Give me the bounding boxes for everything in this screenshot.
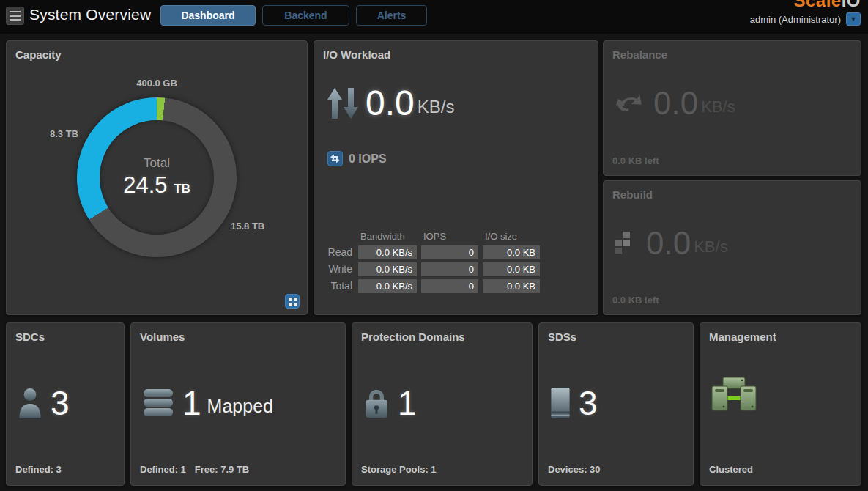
protection-domains-panel: Protection Domains 1 Storage Pools: 1 [352,322,533,486]
sdcs-title: SDCs [15,331,45,343]
person-icon [17,388,43,418]
capacity-label-spare: 400.0 GB [77,78,237,89]
rebuild-blocks-icon [615,232,637,255]
capacity-title: Capacity [15,48,62,61]
transfer-arrows-icon [327,151,343,166]
sdcs-panel: SDCs 3 Defined: 3 [6,322,125,486]
col-iops: IOPS [421,230,478,243]
management-panel: Management Clustered [700,322,861,486]
read-iops-value: 0 [421,246,478,259]
protection-domains-metric: 1 [363,383,417,423]
capacity-donut-center: Total 24.5 TB [100,120,214,235]
rebalance-arrows-icon [615,92,645,115]
total-iops-value: 0 [421,279,478,293]
cluster-nodes-icon [711,376,757,414]
row-label-write: Write [323,262,354,276]
rebalance-panel: Rebalance 0.0KB/s 0.0 KB left [603,40,861,176]
volumes-mapped-label: Mapped [207,396,273,417]
capacity-panel: Capacity 400.0 GB 8.3 TB 15.8 TB Total 2… [6,40,308,315]
sdss-title: SDSs [548,331,576,343]
sdss-panel: SDSs 3 Devices: 30 [538,322,694,486]
rebuild-panel: Rebuild 0.0KB/s 0.0 KB left [603,180,861,315]
scaleio-logo: ScaleIO [793,0,861,11]
management-footer: Clustered [709,464,753,475]
user-menu-dropdown[interactable]: ▼ [846,12,861,26]
read-bandwidth-value: 0.0 KB/s [358,246,417,259]
write-bandwidth-value: 0.0 KB/s [358,262,417,276]
sdcs-footer: Defined: 3 [15,464,62,475]
capacity-donut: Total 24.5 TB [77,97,237,257]
sdcs-metric: 3 [17,383,70,423]
rebuild-remaining: 0.0 KB left [612,295,659,306]
protection-domains-footer: Storage Pools: 1 [361,464,437,475]
io-table: Bandwidth IOPS I/O size Read 0.0 KB/s 0 … [323,230,540,293]
read-io-size-value: 0.0 KB [483,246,540,259]
volumes-panel: Volumes 1 Mapped Defined: 1Free: 7.9 TB [130,322,346,486]
rebuild-metric: 0.0KB/s [615,225,728,262]
chevron-down-icon: ▼ [850,15,857,23]
capacity-label-used: 8.3 TB [14,128,78,139]
write-iops-value: 0 [421,262,478,276]
rebuild-title: Rebuild [612,188,653,201]
rebalance-remaining: 0.0 KB left [612,155,659,166]
management-metric [711,376,757,414]
tab-bar: Dashboard Backend Alerts [160,5,427,26]
stacked-volumes-icon [141,388,175,418]
total-io-size-value: 0.0 KB [483,279,540,293]
rebalance-metric: 0.0KB/s [615,85,735,122]
io-workload-panel: I/O Workload 0.0KB/s 0 IOPS Ba [314,40,598,315]
tab-alerts[interactable]: Alerts [356,5,427,26]
tab-backend[interactable]: Backend [262,5,349,26]
volumes-footer: Defined: 1Free: 7.9 TB [140,464,249,475]
capacity-label-free: 15.8 TB [231,221,264,232]
lock-icon [363,387,390,419]
server-disk-icon [549,387,571,419]
sdss-metric: 3 [549,383,598,423]
volumes-title: Volumes [140,331,185,343]
sdss-footer: Devices: 30 [548,464,601,475]
row-label-total: Total [323,279,354,293]
io-bandwidth-metric: 0.0KB/s [327,83,454,123]
row-label-read: Read [323,246,354,259]
col-bandwidth: Bandwidth [358,230,417,243]
menu-icon[interactable] [6,7,24,25]
page-title: System Overview [29,6,151,23]
management-title: Management [709,331,776,343]
total-bandwidth-value: 0.0 KB/s [358,279,417,293]
rebalance-title: Rebalance [612,48,667,61]
io-workload-title: I/O Workload [323,48,390,61]
top-bar: System Overview Dashboard Backend Alerts… [0,0,868,34]
io-iops-metric: 0 IOPS [327,151,387,166]
write-io-size-value: 0.0 KB [483,262,540,276]
tab-dashboard[interactable]: Dashboard [160,5,256,26]
capacity-total-label: Total [144,156,170,171]
capacity-total-value: 24.5 TB [123,172,190,199]
capacity-grid-view-button[interactable] [285,294,300,309]
user-label: admin (Administrator) [750,14,841,25]
col-io-size: I/O size [483,230,540,243]
protection-domains-title: Protection Domains [361,331,465,343]
updown-arrows-icon [327,87,358,119]
volumes-metric: 1 Mapped [141,383,273,423]
